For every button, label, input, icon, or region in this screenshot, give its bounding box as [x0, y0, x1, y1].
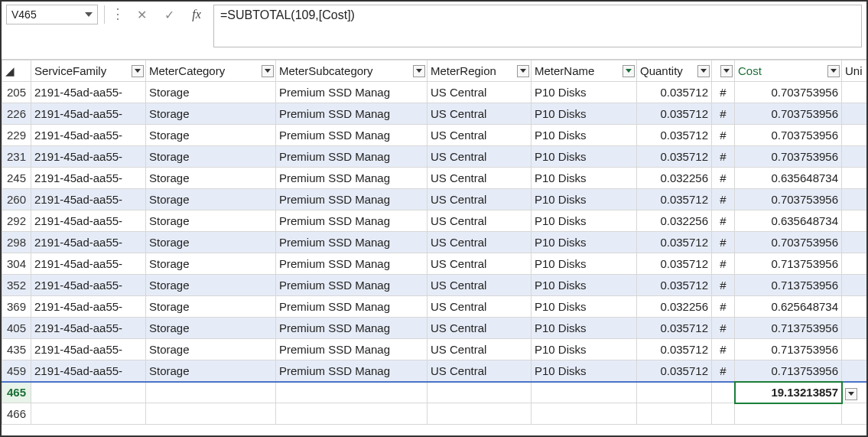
cell-meter-category[interactable]: Storage: [146, 339, 276, 360]
cancel-button[interactable]: ✕: [131, 5, 152, 24]
cell-meter-region[interactable]: US Central: [427, 168, 532, 189]
fx-button[interactable]: fx: [186, 5, 207, 24]
cell-meter-name[interactable]: P10 Disks: [532, 168, 637, 189]
cell[interactable]: [735, 403, 842, 425]
row-header[interactable]: 459: [2, 360, 31, 382]
cell-meter-region[interactable]: US Central: [427, 253, 532, 275]
cell-quantity[interactable]: 0.032256: [637, 296, 712, 318]
row-header[interactable]: 405: [2, 318, 31, 339]
cell-meter-subcategory[interactable]: Premium SSD Manag: [276, 146, 427, 168]
cell[interactable]: [146, 403, 276, 425]
cell-service-family[interactable]: 2191-45ad-aa55-: [31, 146, 146, 168]
cell-quantity[interactable]: 0.035712: [637, 253, 712, 275]
cell-uni[interactable]: [842, 125, 869, 146]
cell-overflow[interactable]: #: [712, 296, 735, 318]
cell-service-family[interactable]: 2191-45ad-aa55-: [31, 318, 146, 339]
filter-button[interactable]: [827, 65, 840, 77]
table-row[interactable]: 466: [2, 403, 869, 425]
cell[interactable]: [146, 382, 276, 403]
cell-service-family[interactable]: 2191-45ad-aa55-: [31, 296, 146, 318]
cell[interactable]: [31, 403, 146, 425]
cell[interactable]: [712, 382, 735, 403]
cell-service-family[interactable]: 2191-45ad-aa55-: [31, 168, 146, 189]
cell-meter-region[interactable]: US Central: [427, 275, 532, 296]
cell[interactable]: [532, 403, 637, 425]
chevron-down-icon[interactable]: [85, 12, 93, 17]
cell-service-family[interactable]: 2191-45ad-aa55-: [31, 189, 146, 210]
row-header[interactable]: 435: [2, 339, 31, 360]
cell-overflow[interactable]: #: [712, 339, 735, 360]
row-header[interactable]: 226: [2, 103, 31, 125]
cell-overflow[interactable]: #: [712, 146, 735, 168]
table-row[interactable]: 2602191-45ad-aa55-StoragePremium SSD Man…: [2, 189, 869, 210]
cell-uni[interactable]: [842, 232, 869, 253]
table-row[interactable]: 2052191-45ad-aa55-StoragePremium SSD Man…: [2, 82, 869, 103]
cell-meter-subcategory[interactable]: Premium SSD Manag: [276, 103, 427, 125]
cell-cost[interactable]: 0.713753956: [735, 339, 842, 360]
cell-meter-subcategory[interactable]: Premium SSD Manag: [276, 339, 427, 360]
col-meter-region[interactable]: MeterRegion: [427, 60, 532, 82]
table-row[interactable]: 2292191-45ad-aa55-StoragePremium SSD Man…: [2, 125, 869, 146]
cell-uni[interactable]: [842, 103, 869, 125]
cell-uni[interactable]: [842, 189, 869, 210]
cell[interactable]: [31, 382, 146, 403]
cell-quantity[interactable]: 0.035712: [637, 125, 712, 146]
cell-meter-name[interactable]: P10 Disks: [532, 296, 637, 318]
cell-meter-name[interactable]: P10 Disks: [532, 232, 637, 253]
cell-meter-region[interactable]: US Central: [427, 296, 532, 318]
name-box[interactable]: V465: [6, 5, 98, 24]
cell[interactable]: [712, 403, 735, 425]
cell[interactable]: [842, 403, 869, 425]
cell-meter-category[interactable]: Storage: [146, 82, 276, 103]
col-quantity[interactable]: Quantity: [637, 60, 712, 82]
cell-uni[interactable]: [842, 339, 869, 360]
cell-service-family[interactable]: 2191-45ad-aa55-: [31, 275, 146, 296]
cell-overflow[interactable]: #: [712, 232, 735, 253]
cell-meter-category[interactable]: Storage: [146, 103, 276, 125]
row-header[interactable]: 466: [2, 403, 31, 425]
cell-uni[interactable]: [842, 296, 869, 318]
cell-uni[interactable]: [842, 146, 869, 168]
cell-meter-category[interactable]: Storage: [146, 232, 276, 253]
cell-meter-name[interactable]: P10 Disks: [532, 125, 637, 146]
cell-meter-region[interactable]: US Central: [427, 360, 532, 382]
cell-uni[interactable]: [842, 360, 869, 382]
cell-meter-category[interactable]: Storage: [146, 360, 276, 382]
cell-cost[interactable]: 0.713753956: [735, 360, 842, 382]
cell-meter-name[interactable]: P10 Disks: [532, 360, 637, 382]
cell-meter-category[interactable]: Storage: [146, 125, 276, 146]
cell-meter-subcategory[interactable]: Premium SSD Manag: [276, 168, 427, 189]
cell-service-family[interactable]: 2191-45ad-aa55-: [31, 232, 146, 253]
total-row[interactable]: 46519.13213857: [2, 382, 869, 403]
table-row[interactable]: 2982191-45ad-aa55-StoragePremium SSD Man…: [2, 232, 869, 253]
table-row[interactable]: 3042191-45ad-aa55-StoragePremium SSD Man…: [2, 253, 869, 275]
cell-cost[interactable]: 0.703753956: [735, 232, 842, 253]
filter-button[interactable]: [132, 65, 144, 77]
cell-service-family[interactable]: 2191-45ad-aa55-: [31, 82, 146, 103]
cell-cost-total-selected[interactable]: 19.13213857: [735, 382, 842, 403]
cell[interactable]: [637, 382, 712, 403]
filter-button[interactable]: [720, 65, 733, 77]
col-meter-name[interactable]: MeterName: [532, 60, 637, 82]
cell-cost[interactable]: 0.713753956: [735, 275, 842, 296]
cell-meter-name[interactable]: P10 Disks: [532, 253, 637, 275]
cell-overflow[interactable]: #: [712, 210, 735, 232]
more-icon[interactable]: ⋮: [111, 5, 125, 23]
cell-meter-region[interactable]: US Central: [427, 82, 532, 103]
formula-input[interactable]: =SUBTOTAL(109,[Cost]): [213, 5, 862, 47]
spreadsheet-grid[interactable]: ◢ ServiceFamily MeterCategory MeterSubca…: [2, 60, 868, 425]
cell-quantity[interactable]: 0.035712: [637, 232, 712, 253]
cell-meter-name[interactable]: P10 Disks: [532, 318, 637, 339]
cell-quantity[interactable]: 0.035712: [637, 189, 712, 210]
row-header[interactable]: 205: [2, 82, 31, 103]
cell-uni[interactable]: [842, 168, 869, 189]
row-header[interactable]: 260: [2, 189, 31, 210]
cell-meter-category[interactable]: Storage: [146, 253, 276, 275]
cell-meter-name[interactable]: P10 Disks: [532, 82, 637, 103]
row-header[interactable]: 369: [2, 296, 31, 318]
cell-quantity[interactable]: 0.035712: [637, 82, 712, 103]
cell-uni[interactable]: [842, 82, 869, 103]
row-header[interactable]: 304: [2, 253, 31, 275]
cell-quantity[interactable]: 0.035712: [637, 103, 712, 125]
col-uni[interactable]: Uni: [842, 60, 869, 82]
